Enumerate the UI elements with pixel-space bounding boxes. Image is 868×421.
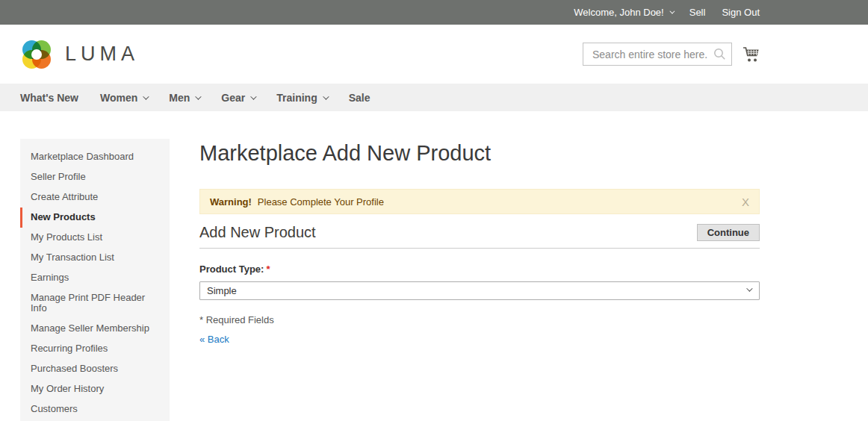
chevron-down-icon <box>143 93 149 99</box>
sidebar-item-earnings[interactable]: Earnings <box>20 268 170 288</box>
nav-item-what-s-new[interactable]: What's New <box>20 92 78 104</box>
sidebar-item-purchased-boosters[interactable]: Purchased Boosters <box>20 359 170 379</box>
continue-button[interactable]: Continue <box>697 224 760 241</box>
nav-item-men[interactable]: Men <box>169 92 199 104</box>
sidebar-item-seller-profile[interactable]: Seller Profile <box>20 167 170 187</box>
required-fields-note: * Required Fields <box>199 314 760 325</box>
section-header: Add New Product Continue <box>199 224 760 249</box>
top-bar: Welcome, John Doe! Sell Sign Out <box>0 0 868 25</box>
nav-item-training[interactable]: Training <box>276 92 326 104</box>
main-panel: Marketplace Add New Product Warning! Ple… <box>199 111 760 346</box>
back-link[interactable]: « Back <box>199 334 229 345</box>
section-title: Add New Product <box>199 224 316 241</box>
product-type-field: Product Type:* Simple <box>199 262 760 300</box>
welcome-label: Welcome, John Doe! <box>574 7 663 18</box>
luma-logo-icon <box>20 38 53 71</box>
close-icon[interactable]: X <box>742 196 749 208</box>
welcome-menu[interactable]: Welcome, John Doe! <box>574 7 672 18</box>
sidebar-item-manage-print-pdf-header-info[interactable]: Manage Print PDF Header Info <box>20 288 170 319</box>
logo-text: LUMA <box>65 43 139 66</box>
header: LUMA <box>0 25 868 84</box>
search-box <box>583 43 732 66</box>
search-input[interactable] <box>583 43 732 66</box>
sidebar-item-customers[interactable]: Customers <box>20 399 170 420</box>
chevron-down-icon <box>323 93 329 99</box>
sidebar-item-my-transaction-list[interactable]: My Transaction List <box>20 248 170 268</box>
nav-item-gear[interactable]: Gear <box>221 92 255 104</box>
nav-item-sale[interactable]: Sale <box>349 92 371 104</box>
page-content: Marketplace Dashboard Seller Profile Cre… <box>0 111 868 421</box>
search-icon[interactable] <box>713 48 726 60</box>
warning-banner: Warning! Please Complete Your Profile X <box>199 189 760 214</box>
sidebar-item-create-attribute[interactable]: Create Attribute <box>20 187 170 208</box>
chevron-down-icon <box>250 93 256 99</box>
chevron-down-icon <box>669 9 675 14</box>
warning-label: Warning! <box>210 196 252 208</box>
main-nav: What's New Women Men Gear Training <box>0 84 868 111</box>
required-asterisk: * <box>266 263 270 275</box>
product-type-label: Product Type:* <box>199 263 270 275</box>
warning-message: Please Complete Your Profile <box>258 196 384 208</box>
sidebar-item-marketplace-dashboard[interactable]: Marketplace Dashboard <box>20 147 170 167</box>
sidebar-item-recurring-profiles[interactable]: Recurring Profiles <box>20 339 170 359</box>
page-title: Marketplace Add New Product <box>199 141 760 166</box>
cart-icon[interactable] <box>743 46 760 63</box>
store-logo[interactable]: LUMA <box>20 38 139 71</box>
sidebar-item-my-products-list[interactable]: My Products List <box>20 228 170 248</box>
chevron-down-icon <box>195 93 201 99</box>
sign-out-link[interactable]: Sign Out <box>722 7 760 18</box>
account-sidebar: Marketplace Dashboard Seller Profile Cre… <box>20 139 170 421</box>
sidebar-item-manage-seller-membership[interactable]: Manage Seller Membership <box>20 319 170 339</box>
sell-link[interactable]: Sell <box>689 7 706 18</box>
product-type-select[interactable]: Simple <box>199 281 760 300</box>
nav-item-women[interactable]: Women <box>100 92 147 104</box>
sidebar-item-my-order-history[interactable]: My Order History <box>20 379 170 399</box>
sidebar-item-new-products[interactable]: New Products <box>20 208 170 228</box>
